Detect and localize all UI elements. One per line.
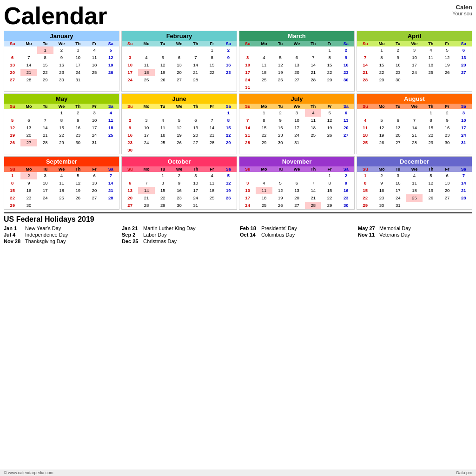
- month-body-sep: 1234567891011121314151617181920212223242…: [4, 172, 119, 209]
- day-cell: 11: [357, 124, 373, 132]
- day-cell: 28: [20, 76, 37, 84]
- day-cell: [305, 84, 321, 91]
- day-cell: 23: [122, 139, 138, 146]
- day-header-cell: Sa: [456, 104, 472, 109]
- day-cell: 1: [373, 46, 390, 54]
- day-cell: 15: [37, 61, 53, 69]
- day-cell: [138, 146, 154, 154]
- day-cell: 8: [321, 54, 337, 61]
- day-cell: 26: [321, 132, 337, 139]
- month-body-oct: 1234567891011121314151617181920212223242…: [122, 172, 237, 209]
- day-cell: [138, 172, 154, 179]
- day-header-cell: Mo: [138, 166, 154, 172]
- day-cell: 12: [321, 117, 337, 124]
- days-header-may: SuMoTuWeThFrSa: [4, 104, 119, 109]
- days-header-dec: SuMoTuWeThFrSa: [357, 166, 472, 172]
- day-cell: 6: [338, 109, 354, 117]
- day-cell: 3: [70, 46, 86, 54]
- day-cell: 11: [256, 187, 272, 194]
- day-header-cell: Tu: [390, 104, 406, 109]
- day-cell: 29: [37, 76, 53, 84]
- day-header-cell: We: [53, 104, 70, 109]
- day-header-cell: Fr: [86, 41, 102, 46]
- month-header-jul: July: [239, 94, 354, 104]
- day-cell: 23: [272, 132, 289, 139]
- day-cell: 10: [187, 179, 204, 187]
- day-cell: 26: [155, 76, 171, 84]
- day-header-cell: We: [289, 166, 305, 172]
- day-cell: [423, 202, 439, 209]
- day-header-cell: Tu: [155, 104, 171, 109]
- month-header-oct: October: [122, 157, 237, 166]
- day-cell: [289, 84, 305, 91]
- day-header-cell: Th: [423, 104, 439, 109]
- day-cell: 21: [305, 69, 321, 76]
- day-cell: 20: [86, 187, 102, 194]
- day-header-cell: Mo: [138, 41, 154, 46]
- day-header-cell: Th: [423, 41, 439, 46]
- day-cell: [256, 46, 272, 54]
- day-cell: [204, 146, 220, 154]
- day-cell: 17: [406, 61, 423, 69]
- day-cell: 8: [220, 117, 237, 124]
- month-body-feb: 1234567891011121314151617181920212223242…: [122, 46, 237, 84]
- day-cell: 11: [204, 179, 220, 187]
- days-header-jul: SuMoTuWeThFrSa: [239, 104, 354, 109]
- day-cell: 11: [53, 179, 70, 187]
- day-cell: 29: [155, 202, 171, 209]
- day-cell: 17: [239, 69, 256, 76]
- day-cell: 28: [456, 194, 472, 202]
- day-cell: [305, 139, 321, 146]
- day-cell: 9: [220, 54, 237, 61]
- day-cell: 3: [37, 172, 53, 179]
- day-cell: 16: [390, 61, 406, 69]
- day-cell: 21: [456, 187, 472, 194]
- day-header-cell: Sa: [220, 104, 237, 109]
- day-header-cell: Th: [187, 41, 204, 46]
- holidays-grid: Jan 1New Year's DayJan 21Martin Luther K…: [4, 225, 472, 244]
- day-cell: 11: [155, 124, 171, 132]
- day-cell: 19: [155, 69, 171, 76]
- day-cell: [4, 109, 20, 117]
- day-cell: 16: [20, 187, 37, 194]
- day-cell: 2: [439, 109, 455, 117]
- day-header-cell: Su: [239, 104, 256, 109]
- day-cell: 16: [338, 187, 354, 194]
- day-cell: 21: [187, 69, 204, 76]
- day-cell: [272, 172, 289, 179]
- day-cell: [187, 46, 204, 54]
- day-header-cell: Sa: [220, 41, 237, 46]
- day-header-cell: Tu: [155, 41, 171, 46]
- holiday-name: Labor Day: [143, 232, 167, 238]
- day-cell: 26: [103, 69, 119, 76]
- day-cell: 1: [321, 172, 337, 179]
- day-cell: 20: [456, 61, 472, 69]
- day-cell: 25: [256, 202, 272, 209]
- day-cell: 13: [86, 179, 102, 187]
- day-cell: 24: [86, 132, 102, 139]
- day-cell: 12: [155, 61, 171, 69]
- day-cell: 10: [37, 179, 53, 187]
- day-cell: 7: [187, 54, 204, 61]
- day-cell: 30: [53, 76, 70, 84]
- holidays-section: US Federal Holidays 2019 Jan 1New Year's…: [4, 212, 472, 244]
- day-cell: 31: [239, 84, 256, 91]
- day-cell: 20: [4, 69, 20, 76]
- day-cell: [103, 202, 119, 209]
- holiday-date: Sep 2: [122, 232, 140, 238]
- day-cell: 11: [423, 54, 439, 61]
- day-cell: 15: [256, 124, 272, 132]
- day-header-cell: Sa: [456, 41, 472, 46]
- day-header-cell: We: [171, 104, 187, 109]
- day-cell: 20: [20, 132, 37, 139]
- day-cell: 25: [53, 194, 70, 202]
- day-cell: 29: [53, 139, 70, 146]
- day-cell: 24: [239, 76, 256, 84]
- day-header-cell: Fr: [439, 41, 455, 46]
- day-cell: 14: [20, 61, 37, 69]
- day-cell: [272, 84, 289, 91]
- day-cell: 25: [406, 194, 423, 202]
- month-header-sep: September: [4, 157, 119, 166]
- day-cell: 12: [4, 124, 20, 132]
- day-header-cell: Tu: [37, 166, 53, 172]
